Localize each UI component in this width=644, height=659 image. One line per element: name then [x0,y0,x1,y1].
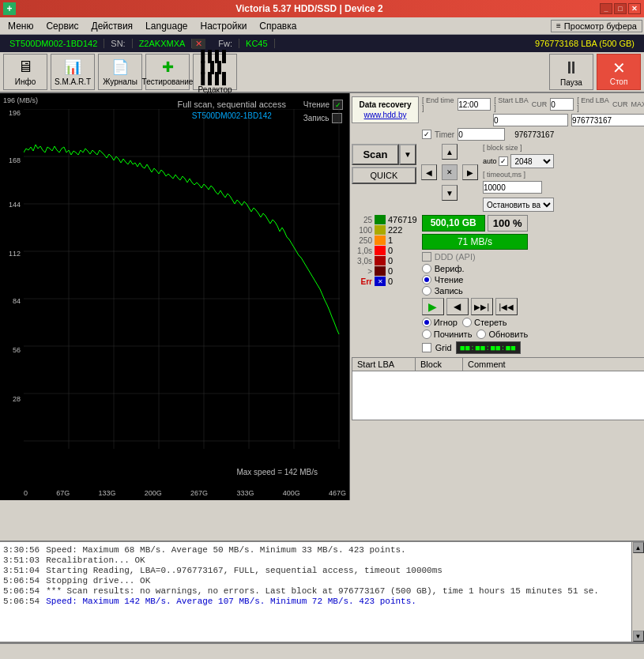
right-arrow-button[interactable]: ▶ [462,164,478,180]
scrollbar-up[interactable]: ▲ [633,542,644,553]
quick-button[interactable]: QUICK [352,167,416,184]
cur-label-2: CUR [612,100,628,108]
pause-button[interactable]: ⏸ Пауза [549,54,593,90]
preview-button[interactable]: ≡ Просмотр буфера [551,20,642,32]
scan-label: Scan [363,149,387,160]
x-400g: 400G [283,489,300,497]
menu-item-service[interactable]: Сервис [40,19,85,33]
col-block: Block [416,358,463,371]
menu-item-menu[interactable]: Меню [2,19,40,33]
smart-button[interactable]: 📊 S.M.A.R.T [51,54,95,90]
info-icon: 🖥 [17,58,33,76]
minimize-button[interactable]: _ [600,3,612,14]
info-bar: ST500DM002-1BD142 SN: Z2AKXMXA ✕ Fw: KC4… [0,35,644,52]
scrollbar-down[interactable]: ▼ [633,631,644,642]
menu-item-help[interactable]: Справка [253,19,303,33]
back-button[interactable]: ◀ [446,298,469,315]
count-1s-row: 1,0s 0 [352,246,417,255]
data-recovery-url[interactable]: www.hdd.by [357,110,413,120]
firmware-version: KC45 [239,39,275,48]
stop-button[interactable]: ✕ Стоп [597,54,641,90]
up-arrow-button[interactable]: ▲ [442,144,458,160]
log-message: *** Scan results: no warnings, no errors… [46,586,599,596]
err-val: 0 [388,277,393,286]
write-radio[interactable] [422,286,431,296]
update-label: Обновить [488,330,528,339]
scan-table: Start LBA Block Comment [352,357,644,420]
percent-display: 100 % [488,215,528,232]
log-entry: 5:06:54*** Scan results: no warnings, no… [3,586,628,596]
maximize-button[interactable]: □ [614,3,627,14]
c25-val: 476719 [388,215,417,224]
log-entry: 5:06:54Stopping drive... OK [3,576,628,586]
smart-label: S.M.A.R.T [55,77,91,86]
log-content[interactable]: 3:30:56Speed: Maximum 68 MB/s. Average 5… [0,542,631,642]
data-recovery-box: Data recovery www.hdd.by [352,96,419,123]
log-message: Recalibration... OK [46,555,145,565]
erase-radio[interactable] [462,318,472,327]
auto-checkbox[interactable]: ✓ [499,156,508,166]
timeout-label: [ timeout,ms ] [483,171,525,179]
down-arrow-button[interactable]: ▼ [442,185,458,201]
y-axis: 196 168 144 112 84 56 28 [0,109,22,473]
app-title: Victoria 5.37 HDD/SSD | Device 2 [19,3,600,14]
log-entry: 3:30:56Speed: Maximum 68 MB/s. Average 5… [3,545,628,555]
stop-label: Стоп [610,77,628,86]
center-cross-button[interactable]: ✕ [442,164,458,180]
menu-item-actions[interactable]: Действия [85,19,140,33]
graph-area: 196 (MB/s) Full scan, sequential access … [0,93,350,540]
c250-label: 250 [352,236,372,245]
verify-radio[interactable] [422,264,431,273]
log-time: 5:06:54 [3,576,40,586]
update-radio[interactable] [476,330,486,339]
x-axis: 0 67G 133G 200G 267G 333G 400G 467G [24,489,346,497]
timer-label: Timer [435,130,454,139]
timeout-input[interactable] [483,181,542,194]
ddd-checkbox[interactable] [422,252,431,262]
menu-item-language[interactable]: Language [139,19,194,33]
editor-label: Редактор [198,85,232,94]
timer-checkbox[interactable]: ✓ [422,130,431,139]
x-0: 0 [24,489,28,497]
read-radio[interactable] [422,275,431,284]
editor-button[interactable]: ▌▌▌▌▌ ▌▌▌▌▌▌ Редактор [193,54,237,90]
left-arrow-button[interactable]: ◀ [421,164,437,180]
end-lba-input[interactable] [571,114,644,126]
grid-label: Grid [435,343,452,352]
write-radio-label: Запись [435,286,463,296]
editor-icon: ▌▌▌▌▌ ▌▌▌▌▌▌ [201,51,229,84]
y-label-144: 144 [9,201,21,209]
log-scrollbar[interactable]: ▲ ▼ [631,542,644,642]
scan-dropdown-button[interactable]: ▼ [399,144,416,165]
start-lba-label: [ Start LBA ] [494,96,528,112]
info-button[interactable]: 🖥 Инфо [3,54,47,90]
y-label-196: 196 [9,109,21,117]
ignore-label: Игнор [434,318,458,327]
block-size-select[interactable]: 2048 512 1024 [510,154,554,168]
journals-button[interactable]: 📄 Журналы [98,54,142,90]
ff-button[interactable]: ▶▶| [471,298,493,315]
log-entry: 5:06:54Speed: Maximum 142 MB/s. Average … [3,597,628,606]
graph-svg [24,109,340,473]
menu-item-settings[interactable]: Настройки [194,19,254,33]
close-button[interactable]: ✕ [628,3,641,14]
stop-val-select[interactable]: Остановить вал [483,198,554,212]
y-label-168: 168 [9,156,21,164]
scan-button[interactable]: Scan [352,144,399,165]
repair-radio[interactable] [422,330,431,339]
play-button[interactable]: ▶ [422,298,444,315]
grid-checkbox[interactable] [422,343,431,352]
start-lba-input[interactable] [493,114,568,126]
test-button[interactable]: ✚ Тестирование [145,54,190,90]
c1s-label: 1,0s [352,247,372,255]
device-name: ST500DM002-1BD142 [3,39,104,48]
read-label: Чтение [303,100,330,109]
ignore-radio[interactable] [422,318,431,327]
start-lba-cur-input[interactable] [550,98,574,111]
timer-input[interactable] [458,128,505,141]
pause-label: Пауза [560,78,582,87]
end-button[interactable]: |◀◀ [495,298,518,315]
cgt-label: > [352,267,372,276]
close-device-button[interactable]: ✕ [192,39,205,49]
end-time-input[interactable] [458,98,491,111]
